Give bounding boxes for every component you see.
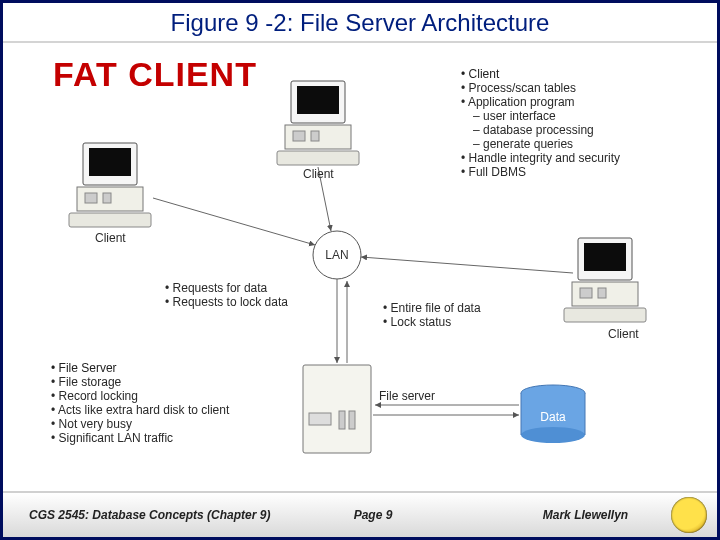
slide-footer: CGS 2545: Database Concepts (Chapter 9) … — [3, 491, 717, 537]
client-right-label: Client — [608, 327, 639, 341]
list-item: Lock status — [383, 315, 481, 329]
client-top-label: Client — [303, 167, 334, 181]
client-heading: Client — [461, 67, 620, 81]
list-item: generate queries — [461, 137, 620, 151]
list-item: File storage — [51, 375, 229, 389]
svg-rect-14 — [339, 411, 345, 429]
fileserver-bullet-list: File Server File storage Record locking … — [51, 361, 229, 445]
requests-bullet-list: Requests for data Requests to lock data — [165, 281, 288, 309]
list-item: Acts like extra hard disk to client — [51, 403, 229, 417]
list-item: Handle integrity and security — [461, 151, 620, 165]
slide-title: Figure 9 -2: File Server Architecture — [3, 3, 717, 43]
list-item: Requests for data — [165, 281, 288, 295]
list-item: Process/scan tables — [461, 81, 620, 95]
svg-point-18 — [521, 427, 585, 443]
client-left-label: Client — [95, 231, 126, 245]
list-item: Entire file of data — [383, 301, 481, 315]
lan-label: LAN — [325, 248, 348, 262]
slide-frame: Figure 9 -2: File Server Architecture FA… — [0, 0, 720, 540]
svg-rect-15 — [349, 411, 355, 429]
footer-left: CGS 2545: Database Concepts (Chapter 9) — [3, 508, 292, 522]
list-item: database processing — [461, 123, 620, 137]
svg-line-9 — [361, 257, 573, 273]
client-bullet-list: Client Process/scan tables Application p… — [461, 67, 620, 179]
list-item: Not very busy — [51, 417, 229, 431]
file-server-label: File server — [379, 389, 435, 403]
list-item: Full DBMS — [461, 165, 620, 179]
list-item: Application program — [461, 95, 620, 109]
svg-text:Data: Data — [540, 410, 566, 424]
returns-bullet-list: Entire file of data Lock status — [383, 301, 481, 329]
list-item: Requests to lock data — [165, 295, 288, 309]
list-item: Record locking — [51, 389, 229, 403]
diagram-canvas: FAT CLIENT LAN — [3, 43, 717, 483]
footer-center: Page 9 — [292, 508, 454, 522]
svg-line-7 — [153, 198, 315, 245]
svg-rect-13 — [309, 413, 331, 425]
list-item: user interface — [461, 109, 620, 123]
fileserver-heading: File Server — [51, 361, 229, 375]
svg-rect-12 — [303, 365, 371, 453]
list-item: Significant LAN traffic — [51, 431, 229, 445]
school-seal-icon — [671, 497, 707, 533]
